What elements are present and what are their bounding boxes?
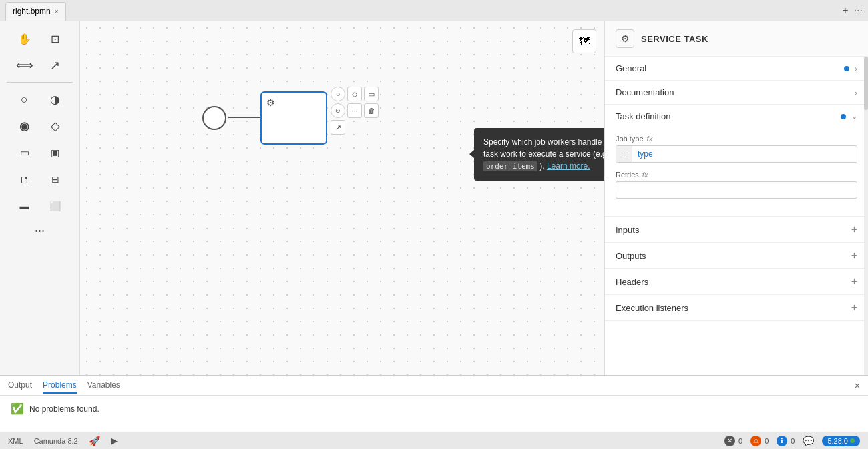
section-general-label: General [616,63,646,73]
version-status-dot [850,438,855,443]
bpmn-service-task[interactable]: ⚙ [260,91,327,145]
ctx-boundary-icon[interactable]: ⊙ [331,103,345,118]
add-tab-button[interactable]: + [842,5,848,17]
error-count: 0 [738,437,742,445]
tool-row-5: ▭ ▣ [11,141,69,165]
tooltip-learn-more-link[interactable]: Learn more. [547,161,590,171]
rect-sub-tool[interactable]: ▣ [41,141,69,165]
tooltip-code: order-items [483,161,537,171]
headers-label: Headers [616,277,648,287]
status-bar: XML Camunda 8.2 🚀 ▶ ✕ 0 ⚠ 0 ℹ 0 💬 5.28.0 [0,432,868,449]
tab-problems[interactable]: Problems [43,378,77,394]
warning-icon: ⚠ [750,436,761,446]
connect-tool-button[interactable]: ↗ [41,53,69,77]
retries-input[interactable] [616,181,857,199]
tool-row-4: ◉ ◇ [11,114,69,138]
section-headers[interactable]: Headers + [605,269,868,295]
section-execution-listeners[interactable]: Execution listeners + [605,295,868,321]
gear-icon: ⚙ [621,33,630,44]
scrollbar-track [864,57,868,375]
tab-right-bpmn[interactable]: right.bpmn × [5,2,66,21]
panel-header: ⚙ SERVICE TASK [605,21,868,57]
section-documentation-label: Documentation [616,87,674,97]
version-label: 5.28.0 [822,436,860,446]
section-documentation-right: › [855,89,857,97]
right-panel: ⚙ SERVICE TASK General › Documentation [604,21,868,375]
tooltip-text-3: ). [539,161,547,171]
section-general-header[interactable]: General › [605,57,868,80]
ctx-more-icon[interactable]: ··· [347,103,362,118]
deploy-icon[interactable]: 🚀 [89,436,100,446]
more-menu-button[interactable]: ··· [854,5,863,17]
service-task-gear-icon: ⚙ [266,97,275,108]
doc-tool[interactable]: 🗋 [11,167,39,191]
section-documentation-header[interactable]: Documentation › [605,81,868,104]
section-task-definition: Task definition ⌄ Job type fx = [605,105,868,217]
retries-fx-badge: fx [642,171,648,179]
bottom-content: ✅ No problems found. [0,396,868,422]
lane-tool[interactable]: ▬ [11,194,39,218]
ctx-start-icon[interactable]: ○ [331,87,345,101]
tool-row-1: ✋ ⊡ [11,27,69,51]
bottom-panel-close-button[interactable]: × [855,380,860,391]
circle-fill-tool[interactable]: ◑ [41,87,69,111]
ctx-gateway-icon[interactable]: ◇ [347,87,362,101]
section-general: General › [605,57,868,81]
tab-close-button[interactable]: × [55,8,59,15]
circle-empty-tool[interactable]: ○ [11,87,39,111]
section-inputs[interactable]: Inputs + [605,217,868,243]
ctx-row-3: ↗ [331,120,379,135]
execution-listeners-add-icon[interactable]: + [851,302,857,314]
bottom-panel: Output Problems Variables × ✅ No problem… [0,375,868,432]
move-tool-button[interactable]: ⟺ [11,53,39,77]
xml-label[interactable]: XML [8,437,23,445]
error-icon: ✕ [724,436,735,446]
retries-label: Retries fx [616,171,857,179]
dashed-rect-tool[interactable]: ⬜ [41,194,69,218]
db-tool[interactable]: ⊟ [41,167,69,191]
tool-row-7: ▬ ⬜ [11,194,69,218]
outputs-add-icon[interactable]: + [851,250,857,262]
status-bar-right: ✕ 0 ⚠ 0 ℹ 0 💬 5.28.0 [724,436,860,446]
section-task-definition-header[interactable]: Task definition ⌄ [605,105,868,128]
circle-thick-tool[interactable]: ◉ [11,114,39,138]
tab-output[interactable]: Output [8,378,32,394]
canvas[interactable]: 🗺 ⚙ ○ ◇ ▭ ⊙ ··· 🗑 ↗ [80,21,604,375]
inputs-label: Inputs [616,225,639,235]
section-documentation: Documentation › [605,81,868,105]
inputs-add-icon[interactable]: + [851,223,857,236]
comment-icon[interactable]: 💬 [803,436,814,446]
run-icon[interactable]: ▶ [111,436,118,446]
ctx-delete-icon[interactable]: 🗑 [364,103,379,118]
ctx-task-icon[interactable]: ▭ [364,87,379,101]
bpmn-start-event[interactable] [202,106,226,130]
lasso-tool-button[interactable]: ⊡ [41,27,69,51]
title-bar-actions: + ··· [842,5,863,17]
info-icon: ℹ [777,436,787,446]
section-task-definition-right: ⌄ [841,112,857,121]
hand-tool-button[interactable]: ✋ [11,27,39,51]
panel-scroll-area[interactable]: General › Documentation › [605,57,868,375]
bpmn-sequence-flow [228,117,262,118]
job-type-input[interactable] [632,146,857,162]
retries-field: Retries fx [616,171,857,199]
left-toolbar: ✋ ⊡ ⟺ ↗ ○ ◑ ◉ ◇ ▭ ▣ 🗋 ⊟ ▬ ⬜ ··· [0,21,80,375]
job-type-label: Job type fx [616,135,857,143]
rect-plain-tool[interactable]: ▭ [11,141,39,165]
headers-add-icon[interactable]: + [851,276,857,288]
task-def-chevron-down-icon: ⌄ [851,112,857,121]
more-tools-button[interactable]: ··· [35,223,45,238]
info-count-badge: ℹ 0 [777,436,795,446]
ctx-append-icon[interactable]: ↗ [331,120,345,135]
retries-label-text: Retries [616,171,639,179]
tab-variables[interactable]: Variables [87,378,120,394]
scrollbar-thumb[interactable] [864,57,868,110]
error-count-badge: ✕ 0 [724,436,742,446]
tooltip-arrow [469,150,474,158]
diamond-tool[interactable]: ◇ [41,114,69,138]
minimap-button[interactable]: 🗺 [572,29,596,53]
bottom-tabs: Output Problems Variables × [0,376,868,396]
job-type-label-text: Job type [616,135,644,143]
tool-row-3: ○ ◑ [11,87,69,111]
section-outputs[interactable]: Outputs + [605,243,868,269]
